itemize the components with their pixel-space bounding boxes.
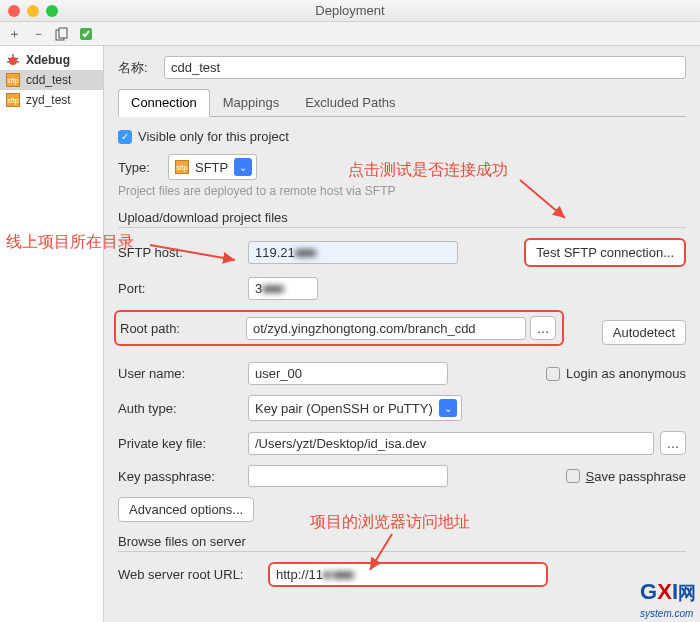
root-path-label: Root path: bbox=[120, 321, 246, 336]
maximize-window-button[interactable] bbox=[46, 5, 58, 17]
server-icon: sftp bbox=[175, 160, 189, 174]
private-key-label: Private key file: bbox=[118, 436, 248, 451]
sidebar-item-zyd-test[interactable]: sftp zyd_test bbox=[0, 90, 103, 110]
section-upload: Upload/download project files bbox=[118, 210, 686, 228]
type-label: Type: bbox=[118, 160, 168, 175]
titlebar: Deployment bbox=[0, 0, 700, 22]
svg-rect-1 bbox=[59, 28, 67, 38]
sftp-host-input[interactable]: 119.21■■■ bbox=[248, 241, 458, 264]
passphrase-label: Key passphrase: bbox=[118, 469, 248, 484]
bug-icon bbox=[6, 53, 20, 67]
add-button[interactable]: ＋ bbox=[6, 26, 22, 42]
watermark: GXI网 system.com bbox=[640, 579, 696, 620]
chevron-down-icon: ⌄ bbox=[234, 158, 252, 176]
web-root-input[interactable]: http://11■ ■■■ bbox=[268, 562, 548, 587]
tab-connection[interactable]: Connection bbox=[118, 89, 210, 117]
toolbar: ＋ － bbox=[0, 22, 700, 46]
save-passphrase-checkbox[interactable] bbox=[566, 469, 580, 483]
tab-mappings[interactable]: Mappings bbox=[210, 89, 292, 116]
username-input[interactable]: user_00 bbox=[248, 362, 448, 385]
auth-type-select[interactable]: Key pair (OpenSSH or PuTTY) ⌄ bbox=[248, 395, 462, 421]
sidebar-item-cdd-test[interactable]: sftp cdd_test bbox=[0, 70, 103, 90]
svg-point-3 bbox=[9, 57, 17, 65]
type-hint: Project files are deployed to a remote h… bbox=[118, 184, 686, 198]
anonymous-label: Login as anonymous bbox=[566, 366, 686, 381]
name-label: 名称: bbox=[118, 59, 164, 77]
tab-excluded-paths[interactable]: Excluded Paths bbox=[292, 89, 408, 116]
server-list: Xdebug sftp cdd_test sftp zyd_test bbox=[0, 46, 104, 622]
server-icon: sftp bbox=[6, 73, 20, 87]
visible-only-checkbox[interactable]: ✓ bbox=[118, 130, 132, 144]
save-passphrase-label: SSave passphraseave passphrase bbox=[586, 469, 686, 484]
sidebar-item-label: cdd_test bbox=[26, 73, 71, 87]
root-path-input[interactable]: ot/zyd.yingzhongtong.com/branch_cdd bbox=[246, 317, 526, 340]
host-label: SFTP host: bbox=[118, 245, 248, 260]
root-path-browse-button[interactable]: … bbox=[530, 316, 556, 340]
web-root-label: Web server root URL: bbox=[118, 567, 268, 582]
auth-type-label: Auth type: bbox=[118, 401, 248, 416]
name-input[interactable]: cdd_test bbox=[164, 56, 686, 79]
tabs: Connection Mappings Excluded Paths bbox=[118, 89, 686, 117]
test-connection-button[interactable]: Test SFTP connection... bbox=[524, 238, 686, 267]
private-key-input[interactable]: /Users/yzt/Desktop/id_isa.dev bbox=[248, 432, 654, 455]
section-browse: Browse files on server bbox=[118, 534, 686, 552]
svg-line-5 bbox=[8, 58, 10, 59]
copy-button[interactable] bbox=[54, 26, 70, 42]
svg-line-6 bbox=[16, 58, 18, 59]
visible-only-label: Visible only for this project bbox=[138, 129, 289, 144]
anonymous-checkbox[interactable] bbox=[546, 367, 560, 381]
private-key-browse-button[interactable]: … bbox=[660, 431, 686, 455]
validate-button[interactable] bbox=[78, 26, 94, 42]
advanced-options-button[interactable]: Advanced options... bbox=[118, 497, 254, 522]
window-title: Deployment bbox=[315, 3, 384, 18]
sidebar-item-label: Xdebug bbox=[26, 53, 70, 67]
sidebar-item-label: zyd_test bbox=[26, 93, 71, 107]
port-input[interactable]: 3■■■ bbox=[248, 277, 318, 300]
remove-button[interactable]: － bbox=[30, 26, 46, 42]
type-select[interactable]: sftp SFTP ⌄ bbox=[168, 154, 257, 180]
username-label: User name: bbox=[118, 366, 248, 381]
minimize-window-button[interactable] bbox=[27, 5, 39, 17]
port-label: Port: bbox=[118, 281, 248, 296]
passphrase-input[interactable] bbox=[248, 465, 448, 487]
chevron-down-icon: ⌄ bbox=[439, 399, 457, 417]
sidebar-item-xdebug[interactable]: Xdebug bbox=[0, 50, 103, 70]
server-icon: sftp bbox=[6, 93, 20, 107]
close-window-button[interactable] bbox=[8, 5, 20, 17]
autodetect-button[interactable]: Autodetect bbox=[602, 320, 686, 345]
